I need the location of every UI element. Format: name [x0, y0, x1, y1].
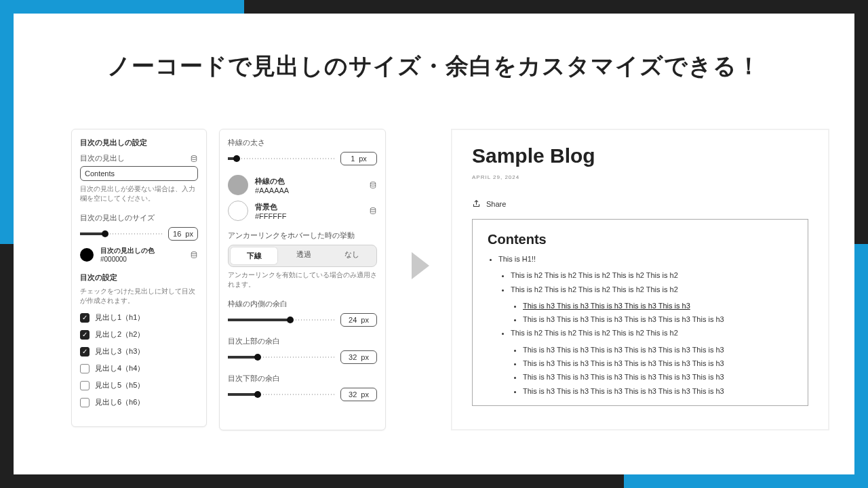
svg-point-3	[370, 208, 376, 210]
inner-padding-value[interactable]: 24px	[340, 313, 377, 327]
panel-title: 目次の見出しの設定	[80, 138, 198, 148]
blog-preview: Sample Blog APRIL 29, 2024 Share Content…	[451, 129, 829, 430]
toc-item-h3[interactable]: This is h3 This is h3 This is h3 This is…	[523, 314, 793, 324]
border-color-label: 枠線の色	[255, 176, 362, 186]
hover-behavior-label: アンカーリンクをホバーした時の挙動	[228, 230, 377, 241]
svg-point-2	[370, 182, 376, 184]
top-margin-value[interactable]: 32px	[340, 350, 377, 364]
heading-checkbox-row[interactable]: 見出し5（h5）	[80, 380, 198, 390]
toc-box: Contents This is H1!! This is h2 This is…	[472, 219, 808, 406]
database-icon[interactable]	[369, 207, 377, 215]
settings-panel-heading: 目次の見出しの設定 目次の見出し 目次の見出しが必要ない場合は、入力欄を空にして…	[71, 129, 207, 427]
bottom-margin-slider[interactable]	[228, 390, 335, 399]
border-width-slider[interactable]	[228, 154, 335, 163]
top-margin-label: 目次上部の余白	[228, 336, 377, 346]
database-icon[interactable]	[369, 181, 377, 189]
inner-padding-slider[interactable]	[228, 315, 335, 325]
toc-item-h3[interactable]: This is h3 This is h3 This is h3 This is…	[523, 372, 793, 382]
heading-size-slider[interactable]	[80, 229, 163, 239]
heading-help: 目次の見出しが必要ない場合は、入力欄を空にしてください。	[80, 184, 198, 203]
top-margin-slider[interactable]	[228, 352, 335, 362]
checkbox-label: 見出し4（h4）	[95, 363, 144, 373]
svg-marker-4	[412, 252, 429, 279]
heading-color-label: 目次の見出しの色	[100, 246, 183, 256]
heading-size-value[interactable]: 16px	[168, 227, 198, 241]
checkbox[interactable]	[80, 330, 90, 340]
border-width-value[interactable]: 1px	[340, 152, 377, 165]
toc-item-h3[interactable]: This is h3 This is h3 This is h3 This is…	[523, 301, 793, 310]
checkbox-label: 見出し5（h5）	[95, 380, 144, 390]
toc-settings-help: チェックをつけた見出しに対して目次が作成されます。	[80, 287, 198, 306]
hover-option-underline[interactable]: 下線	[230, 247, 278, 265]
border-color-value: #AAAAAA	[255, 186, 362, 195]
checkbox[interactable]	[80, 381, 90, 390]
border-color-swatch[interactable]	[228, 175, 248, 195]
heading-checkbox-row[interactable]: 見出し6（h6）	[80, 397, 198, 407]
heading-input[interactable]	[80, 166, 198, 181]
heading-color-value: #000000	[100, 256, 183, 263]
database-icon[interactable]	[190, 251, 198, 259]
settings-panel-box: 枠線の太さ 1px 枠線の色 #AAAAAA	[219, 129, 386, 430]
bg-color-label: 背景色	[255, 202, 362, 212]
toc-item-h2[interactable]: This is h2 This is h2 This is h2 This is…	[511, 328, 793, 338]
checkbox[interactable]	[80, 364, 90, 373]
bottom-margin-value[interactable]: 32px	[340, 388, 377, 401]
share-label: Share	[486, 200, 506, 208]
bottom-margin-label: 目次下部の余白	[228, 373, 377, 384]
svg-point-1	[191, 251, 197, 253]
share-icon	[472, 199, 481, 208]
checkbox[interactable]	[80, 313, 90, 323]
border-width-label: 枠線の太さ	[228, 138, 377, 148]
heading-label: 目次の見出し	[80, 153, 125, 163]
heading-checkbox-row[interactable]: 見出し2（h2）	[80, 329, 198, 340]
toc-item-h3[interactable]: This is h3 This is h3 This is h3 This is…	[523, 345, 793, 354]
svg-point-0	[191, 155, 197, 157]
checkbox-label: 見出し3（h3）	[95, 346, 144, 357]
inner-padding-label: 枠線の内側の余白	[228, 299, 377, 309]
checkbox[interactable]	[80, 347, 90, 357]
bg-color-value: #FFFFFF	[255, 212, 362, 220]
arrow-right-icon	[410, 251, 431, 281]
bg-color-swatch[interactable]	[228, 201, 248, 221]
checkbox[interactable]	[80, 398, 90, 407]
heading-size-label: 目次の見出しのサイズ	[80, 213, 198, 223]
heading-checkbox-row[interactable]: 見出し3（h3）	[80, 346, 198, 357]
heading-color-swatch[interactable]	[80, 248, 94, 262]
page-headline: ノーコードで見出しのサイズ・余白をカスタマイズできる！	[14, 51, 854, 82]
toc-item-h3[interactable]: This is h3 This is h3 This is h3 This is…	[523, 359, 793, 368]
toc-item-h3[interactable]: This is h3 This is h3 This is h3 This is…	[523, 386, 793, 396]
toc-item-h1[interactable]: This is H1!!	[498, 254, 793, 264]
checkbox-label: 見出し6（h6）	[95, 397, 144, 407]
blog-title: Sample Blog	[472, 144, 808, 167]
checkbox-label: 見出し1（h1）	[95, 312, 144, 323]
toc-item-h2[interactable]: This is h2 This is h2 This is h2 This is…	[511, 270, 793, 280]
checkbox-label: 見出し2（h2）	[95, 329, 144, 340]
hover-option-none[interactable]: なし	[328, 245, 376, 266]
hover-behavior-segmented[interactable]: 下線 透過 なし	[228, 245, 377, 267]
database-icon[interactable]	[190, 155, 198, 163]
heading-checkbox-row[interactable]: 見出し4（h4）	[80, 363, 198, 373]
hover-option-transparent[interactable]: 透過	[279, 245, 328, 266]
hover-help: アンカーリンクを有効にしている場合のみ適用されます。	[228, 270, 377, 289]
blog-date: APRIL 29, 2024	[472, 174, 808, 180]
share-button[interactable]: Share	[472, 199, 808, 208]
toc-item-h2[interactable]: This is h2 This is h2 This is h2 This is…	[511, 285, 793, 294]
toc-settings-title: 目次の設定	[80, 272, 198, 283]
toc-title: Contents	[488, 232, 793, 247]
heading-checkbox-row[interactable]: 見出し1（h1）	[80, 312, 198, 323]
